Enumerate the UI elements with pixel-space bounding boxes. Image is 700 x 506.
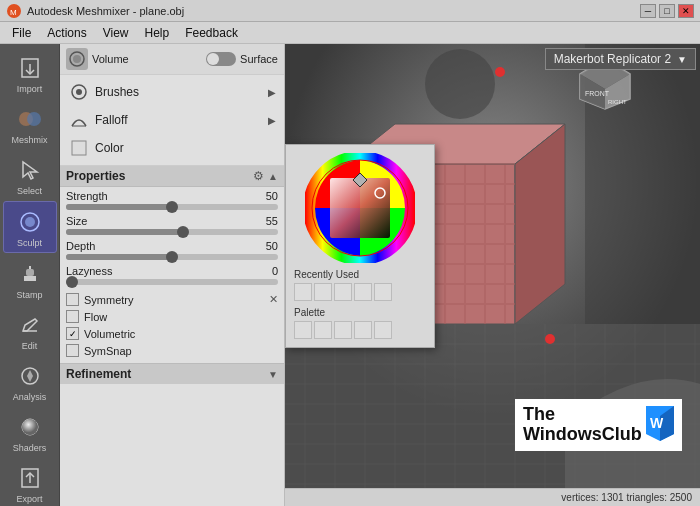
symmetry-clear-icon[interactable]: ✕ <box>269 293 278 306</box>
palette-swatch-4[interactable] <box>374 321 392 339</box>
palette-swatches <box>294 321 426 339</box>
size-slider[interactable] <box>66 229 278 235</box>
volumetric-label: Volumetric <box>84 328 278 340</box>
menu-feedback[interactable]: Feedback <box>177 24 246 42</box>
strength-fill <box>66 204 172 210</box>
watermark-line2: WindowsClub <box>523 425 642 445</box>
flow-checkbox[interactable] <box>66 310 79 323</box>
size-label: Size <box>66 215 87 227</box>
volume-label: Volume <box>92 53 202 65</box>
size-thumb[interactable] <box>177 226 189 238</box>
strength-value: 50 <box>266 190 278 202</box>
svg-text:RIGHT: RIGHT <box>608 99 627 105</box>
lazyness-thumb[interactable] <box>66 276 78 288</box>
swatch-1[interactable] <box>314 283 332 301</box>
stamp-icon <box>16 260 44 288</box>
palette-swatch-3[interactable] <box>354 321 372 339</box>
analysis-label: Analysis <box>13 392 47 402</box>
sidebar-item-shaders[interactable]: Shaders <box>3 407 57 457</box>
menu-actions[interactable]: Actions <box>39 24 94 42</box>
strength-thumb[interactable] <box>166 201 178 213</box>
symsnap-checkbox[interactable] <box>66 344 79 357</box>
menu-file[interactable]: File <box>4 24 39 42</box>
depth-value: 50 <box>266 240 278 252</box>
color-wheel[interactable] <box>305 153 415 263</box>
recently-used-section: Recently Used <box>294 269 426 301</box>
palette-swatch-0[interactable] <box>294 321 312 339</box>
sidebar-item-select[interactable]: Select <box>3 150 57 200</box>
minimize-button[interactable]: ─ <box>640 4 656 18</box>
export-icon <box>16 464 44 492</box>
refinement-title: Refinement <box>66 367 268 381</box>
svg-point-15 <box>22 419 38 435</box>
refinement-collapse-icon[interactable]: ▼ <box>268 369 278 380</box>
properties-header: Properties ⚙ ▲ <box>60 166 284 187</box>
svg-point-7 <box>25 217 35 227</box>
depth-slider[interactable] <box>66 254 278 260</box>
swatch-4[interactable] <box>374 283 392 301</box>
falloff-arrow: ▶ <box>268 115 276 126</box>
edit-label: Edit <box>22 341 38 351</box>
menu-help[interactable]: Help <box>137 24 178 42</box>
checkbox-section: Symmetry ✕ Flow ✓ Volumetric SymSnap <box>60 287 284 363</box>
brushes-icon <box>68 81 90 103</box>
sidebar-item-stamp[interactable]: Stamp <box>3 254 57 304</box>
maximize-button[interactable]: □ <box>659 4 675 18</box>
size-fill <box>66 229 183 235</box>
select-label: Select <box>17 186 42 196</box>
properties-collapse-icon[interactable]: ▲ <box>268 171 278 182</box>
flow-row: Flow <box>66 308 278 325</box>
color-row[interactable]: Color <box>66 134 278 162</box>
statusbar: vertices: 1301 triangles: 2500 <box>285 488 700 506</box>
import-label: Import <box>17 84 43 94</box>
palette-swatch-1[interactable] <box>314 321 332 339</box>
svg-point-22 <box>73 55 81 63</box>
depth-fill <box>66 254 172 260</box>
makerbot-label: Makerbot Replicator 2 <box>554 52 671 66</box>
menubar: File Actions View Help Feedback <box>0 22 700 44</box>
sidebar-item-sculpt[interactable]: Sculpt <box>3 201 57 253</box>
properties-title: Properties <box>66 169 253 183</box>
svg-point-24 <box>76 89 82 95</box>
makerbot-dropdown[interactable]: Makerbot Replicator 2 ▼ <box>545 48 696 70</box>
app-icon: M <box>6 3 22 19</box>
svg-rect-8 <box>24 276 36 281</box>
lazyness-slider-row: Lazyness 0 <box>60 262 284 287</box>
status-text: vertices: 1301 triangles: 2500 <box>561 492 692 503</box>
sidebar-item-export[interactable]: Export <box>3 458 57 506</box>
sidebar-item-meshmix[interactable]: Meshmix <box>3 99 57 149</box>
depth-thumb[interactable] <box>166 251 178 263</box>
symmetry-row: Symmetry ✕ <box>66 291 278 308</box>
svg-text:M: M <box>10 8 17 17</box>
depth-slider-row: Depth 50 <box>60 237 284 262</box>
close-button[interactable]: ✕ <box>678 4 694 18</box>
swatch-0[interactable] <box>294 283 312 301</box>
menu-view[interactable]: View <box>95 24 137 42</box>
sidebar-item-edit[interactable]: Edit <box>3 305 57 355</box>
swatch-3[interactable] <box>354 283 372 301</box>
symmetry-checkbox[interactable] <box>66 293 79 306</box>
symsnap-label: SymSnap <box>84 345 278 357</box>
falloff-row[interactable]: Falloff ▶ <box>66 106 278 134</box>
brushes-row[interactable]: Brushes ▶ <box>66 78 278 106</box>
analysis-icon <box>16 362 44 390</box>
volumetric-checkbox[interactable]: ✓ <box>66 327 79 340</box>
sidebar-item-import[interactable]: Import <box>3 48 57 98</box>
palette-swatch-2[interactable] <box>334 321 352 339</box>
lazyness-value: 0 <box>272 265 278 277</box>
strength-slider[interactable] <box>66 204 278 210</box>
select-icon <box>16 156 44 184</box>
svg-rect-26 <box>72 141 86 155</box>
lazyness-slider[interactable] <box>66 279 278 285</box>
sidebar-item-analysis[interactable]: Analysis <box>3 356 57 406</box>
swatch-2[interactable] <box>334 283 352 301</box>
size-value: 55 <box>266 215 278 227</box>
volume-icon <box>66 48 88 70</box>
vol-surface-toggle[interactable] <box>206 52 236 66</box>
export-label: Export <box>16 494 42 504</box>
properties-gear-icon[interactable]: ⚙ <box>253 169 264 183</box>
meshmix-icon <box>16 105 44 133</box>
symsnap-row: SymSnap <box>66 342 278 359</box>
color-picker-popup: Recently Used Palette <box>285 144 435 348</box>
viewport[interactable]: Makerbot Replicator 2 ▼ FRONT RIGHT <box>285 44 700 506</box>
